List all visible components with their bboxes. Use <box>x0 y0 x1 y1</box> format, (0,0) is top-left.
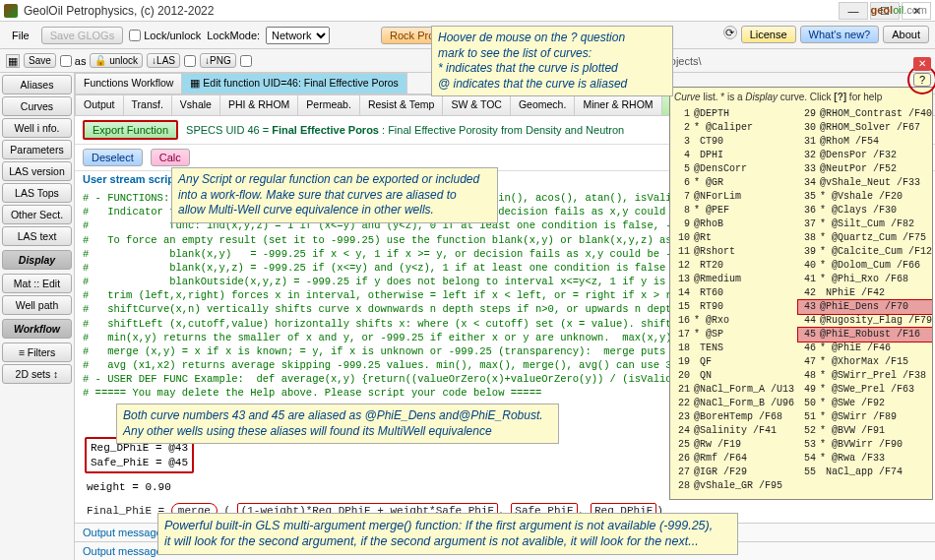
license-button[interactable]: License <box>741 26 796 43</box>
curve-row[interactable]: 46* @PhiE /F46 <box>798 342 932 355</box>
curve-row[interactable]: 50* @SWe /F92 <box>798 397 932 410</box>
curve-row[interactable]: 16* @Rxo <box>672 314 794 328</box>
curve-row[interactable]: 27@IGR /F29 <box>672 466 794 479</box>
subtab[interactable]: Miner & RHOM <box>574 94 661 115</box>
curve-row[interactable]: 12 RT20 <box>672 259 794 273</box>
refresh-icon[interactable]: ⟳ <box>723 26 737 39</box>
curve-row[interactable]: 41* @Phi_Rxo /F68 <box>798 273 932 286</box>
curve-row[interactable]: 15 RT90 <box>672 300 794 314</box>
curve-row[interactable]: 11@Rshort <box>672 245 794 259</box>
curve-row[interactable]: 6* @GR <box>672 176 794 190</box>
curve-row[interactable]: 14 RT60 <box>672 286 794 300</box>
curve-row[interactable]: 29@RHOM_Contrast /F40 <box>798 107 932 121</box>
curve-row[interactable]: 31@RhoM /F54 <box>798 135 932 149</box>
curve-row[interactable]: 49* @SWe_Prel /F63 <box>798 383 932 397</box>
sidebar-item[interactable]: Well i nfo. <box>2 118 72 138</box>
minimize-button[interactable]: — <box>839 2 868 20</box>
curve-row[interactable]: 18 TENS <box>672 342 794 355</box>
curve-row[interactable]: 3 CT90 <box>672 135 794 149</box>
curve-row[interactable]: 44@Rugosity_Flag /F79 <box>798 314 932 328</box>
curve-row[interactable]: 33@NeutPor /F52 <box>798 162 932 176</box>
curve-row[interactable]: 21@NaCl_Form_A /U13 <box>672 383 794 397</box>
deselect-button[interactable]: Deselect <box>83 149 143 166</box>
unlock-button[interactable]: 🔓 unlock <box>90 53 143 68</box>
curve-row[interactable]: 54* @Rwa /F33 <box>798 452 932 466</box>
subtab[interactable]: Geomech. <box>510 94 575 115</box>
curve-row[interactable]: 47* @XhorMax /F15 <box>798 355 932 369</box>
subtab[interactable]: Output <box>75 94 124 115</box>
curve-row[interactable]: 30@RHOM_Solver /F67 <box>798 121 932 135</box>
curve-row[interactable]: 13@Rmedium <box>672 273 794 286</box>
curve-row[interactable]: 8* @PEF <box>672 204 794 218</box>
curve-row[interactable]: 43@PhiE_Dens /F70 <box>798 300 932 314</box>
png-check[interactable] <box>240 55 252 67</box>
curve-row[interactable]: 38* @Quartz_Cum /F75 <box>798 231 932 245</box>
curve-row[interactable]: 10@Rt <box>672 231 794 245</box>
curve-row[interactable]: 52* @BVW /F91 <box>798 424 932 438</box>
tab-edit-function[interactable]: ▦ Edit function UID=46: Final Effective … <box>181 73 406 93</box>
lockmode-select[interactable]: Network <box>266 27 330 44</box>
curve-row[interactable]: 9@RhoB <box>672 218 794 231</box>
save-button[interactable]: Save <box>24 53 56 68</box>
curve-row[interactable]: 24@Salinity /F41 <box>672 424 794 438</box>
subtab[interactable]: Transf. <box>123 94 172 115</box>
curve-row[interactable]: 23@BoreHTemp /F68 <box>672 410 794 424</box>
curve-row[interactable]: 25@Rw /F19 <box>672 438 794 452</box>
tool-icon[interactable]: ▦ <box>6 54 20 68</box>
tab-functions-workflow[interactable]: Functions Workflow <box>75 73 182 93</box>
export-png-button[interactable]: ↓PNG <box>200 53 236 68</box>
subtab[interactable]: SW & TOC <box>442 94 511 115</box>
sidebar-item[interactable]: Well path <box>2 295 72 315</box>
curve-row[interactable]: 2* @Caliper <box>672 121 794 135</box>
curve-row[interactable]: 39* @Calcite_Cum /F12 <box>798 245 932 259</box>
sidebar-item[interactable]: LAS Tops <box>2 183 72 203</box>
las-check[interactable] <box>184 55 196 67</box>
subtab[interactable]: Resist & Temp <box>359 94 444 115</box>
curve-row[interactable]: 26@Rmf /F64 <box>672 452 794 466</box>
curve-row[interactable]: 4 DPHI <box>672 149 794 162</box>
about-button[interactable]: About <box>883 26 929 43</box>
save-glogs-button[interactable]: Save GLOGs <box>41 27 123 44</box>
curve-row[interactable]: 1@DEPTH <box>672 107 794 121</box>
sidebar-item[interactable]: Other Sect. <box>2 205 72 224</box>
curve-row[interactable]: 32@DensPor /F32 <box>798 149 932 162</box>
curve-row[interactable]: 40* @Dolom_Cum /F66 <box>798 259 932 273</box>
sidebar-item[interactable]: Curves <box>2 96 72 116</box>
sidebar-item[interactable]: Parameters <box>2 140 72 159</box>
sidebar-item[interactable]: ≡ Filters <box>2 342 72 362</box>
curve-row[interactable]: 55 NaCl_app /F74 <box>798 466 932 479</box>
panel-close-icon[interactable]: ✕ <box>913 57 931 71</box>
curve-row[interactable]: 35* @Vshale /F20 <box>798 190 932 204</box>
curve-row[interactable]: 28@vShale_GR /F95 <box>672 479 794 493</box>
curve-row[interactable]: 53* @BVWirr /F90 <box>798 438 932 452</box>
as-check[interactable]: as <box>60 55 87 67</box>
subtab[interactable]: Permeab. <box>297 94 360 115</box>
curve-row[interactable]: 45@PhiE_Robust /F16 <box>798 328 932 342</box>
curve-row[interactable]: 51* @SWirr /F89 <box>798 410 932 424</box>
curve-row[interactable]: 22@NaCl_Form_B /U96 <box>672 397 794 410</box>
subtab[interactable]: PHI & RHOM <box>219 94 298 115</box>
curve-row[interactable]: 5@DensCorr <box>672 162 794 176</box>
curve-row[interactable]: 36* @Clays /F30 <box>798 204 932 218</box>
curve-row[interactable]: 48* @SWirr_Prel /F38 <box>798 369 932 383</box>
sidebar-item[interactable]: Aliases <box>2 75 72 94</box>
export-las-button[interactable]: ↓LAS <box>147 53 180 68</box>
sidebar-item[interactable]: LAS version <box>2 161 72 181</box>
curve-row[interactable]: 42 NPhiE /F42 <box>798 286 932 300</box>
whatsnew-button[interactable]: What's new? <box>800 26 880 43</box>
curve-row[interactable]: 34@vShale_Neut /F33 <box>798 176 932 190</box>
help-question-icon[interactable]: ? <box>913 73 931 87</box>
export-function-button[interactable]: Export Function <box>83 120 178 140</box>
curve-row[interactable]: 17* @SP <box>672 328 794 342</box>
curve-row[interactable]: 37* @Silt_Cum /F82 <box>798 218 932 231</box>
calc-button[interactable]: Calc <box>151 149 190 166</box>
file-menu[interactable]: File <box>6 28 35 43</box>
sidebar-item[interactable]: 2D sets ↕ <box>2 364 72 384</box>
curve-row[interactable]: 7@NForLim <box>672 190 794 204</box>
curve-row[interactable]: 20 QN <box>672 369 794 383</box>
sidebar-item[interactable]: LAS text <box>2 226 72 246</box>
lock-unlock-check[interactable]: Lock/unlock <box>129 30 201 41</box>
sidebar-item[interactable]: Mat :: Edit <box>2 274 72 293</box>
curve-row[interactable]: 19 QF <box>672 355 794 369</box>
subtab[interactable]: Vshale <box>171 94 220 115</box>
